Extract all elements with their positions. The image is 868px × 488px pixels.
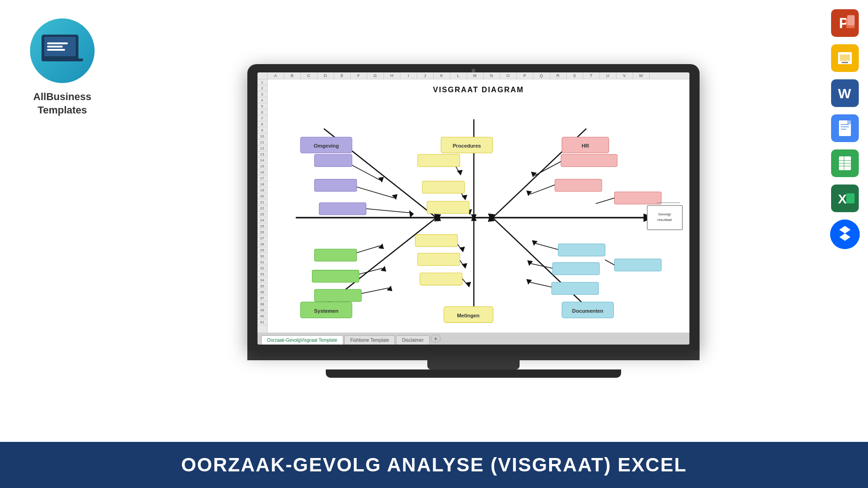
- row-12: 12: [257, 145, 267, 151]
- col-o: O: [500, 72, 517, 79]
- arrow-hr-2: [526, 190, 532, 196]
- row-2: 2: [257, 85, 267, 91]
- row-9: 9: [257, 127, 267, 133]
- arrow-doc-1: [532, 240, 537, 246]
- arrow-omgeving-2: [392, 194, 397, 200]
- google-sheets-icon[interactable]: [831, 149, 859, 177]
- box-hr-1: [561, 155, 617, 167]
- row-37: 37: [257, 295, 267, 301]
- row-18: 18: [257, 181, 267, 187]
- word-icon[interactable]: W: [831, 79, 859, 107]
- right-sidebar: P W: [822, 0, 868, 442]
- google-docs-icon[interactable]: [831, 114, 859, 142]
- fishbone-svg: VISGRAAT DIAGRAM: [268, 79, 689, 333]
- tab-fishbone[interactable]: Fishbone Template: [344, 335, 395, 345]
- left-sidebar: AllBusiness Templates: [0, 0, 125, 442]
- col-j: J: [417, 72, 434, 79]
- logo-screen-inner: [44, 37, 76, 56]
- dropbox-icon[interactable]: [830, 220, 860, 249]
- subbranch-hr-3: [595, 198, 614, 203]
- row-30: 30: [257, 253, 267, 259]
- svg-text:X: X: [838, 192, 847, 206]
- row-1: 1: [257, 79, 267, 85]
- svg-rect-24: [846, 193, 855, 203]
- svg-rect-14: [841, 129, 846, 130]
- google-slides-icon[interactable]: [831, 44, 859, 72]
- row-17: 17: [257, 175, 267, 181]
- arrow-proc-2: [461, 195, 467, 200]
- logo-line-3: [47, 49, 65, 51]
- subbranch-hr-1: [534, 161, 561, 175]
- row-28: 28: [257, 241, 267, 247]
- col-d: D: [317, 72, 334, 79]
- tab-disclaimer[interactable]: Disclaimer: [396, 335, 430, 345]
- slides-icon-svg: [833, 47, 856, 70]
- row-26: 26: [257, 229, 267, 235]
- tab-oorzaak[interactable]: Oorzaak-GevolgVisgraat Template: [261, 335, 344, 345]
- box-doc-2: [552, 262, 599, 274]
- row-25: 25: [257, 223, 267, 229]
- col-a: A: [268, 72, 284, 79]
- label-omgeving: Omgeving: [313, 143, 339, 149]
- col-p: P: [517, 72, 533, 79]
- laptop-stand: [427, 360, 520, 369]
- row-15: 15: [257, 163, 267, 169]
- arrow-met-2: [461, 263, 467, 268]
- box-sys-1: [314, 249, 356, 261]
- brand-name: AllBusiness Templates: [33, 90, 91, 117]
- row-39: 39: [257, 307, 267, 313]
- label-metingen: Metingen: [457, 313, 479, 318]
- arrow-met-3: [465, 282, 471, 287]
- box-proc-3: [427, 201, 469, 213]
- box-omgeving-3: [319, 202, 366, 214]
- row-24: 24: [257, 217, 267, 223]
- logo-laptop: [42, 35, 83, 67]
- bottom-banner-text: OORZAAK-GEVOLG ANALYSE (VISGRAAT) EXCEL: [181, 454, 687, 476]
- row-32: 32: [257, 265, 267, 271]
- excel-col-headers: A B C D E F G H I J K L M: [257, 72, 689, 79]
- col-r: R: [550, 72, 567, 79]
- laptop-body: A B C D E F G H I J K L M: [247, 64, 700, 350]
- box-hr-2: [555, 179, 602, 191]
- row-6: 6: [257, 109, 267, 115]
- arrow-proc-1: [457, 170, 462, 175]
- svg-rect-12: [841, 124, 849, 125]
- col-g: G: [367, 72, 384, 79]
- col-s: S: [567, 72, 583, 79]
- svg-rect-18: [839, 160, 851, 161]
- row-40: 40: [257, 313, 267, 319]
- box-omgeving-1: [314, 155, 352, 167]
- excel-row-numbers: 1 2 3 4 5 6 7 8 9 10 11: [257, 79, 268, 333]
- svg-rect-13: [841, 126, 849, 127]
- box-omgeving-2: [314, 179, 356, 191]
- col-c: C: [301, 72, 317, 79]
- row-29: 29: [257, 247, 267, 253]
- svg-rect-15: [847, 120, 851, 124]
- row-38: 38: [257, 301, 267, 307]
- row-5: 5: [257, 103, 267, 109]
- logo-line-1: [47, 42, 68, 44]
- svg-rect-20: [839, 166, 851, 167]
- row-36: 36: [257, 289, 267, 295]
- row-31: 31: [257, 259, 267, 265]
- row-35: 35: [257, 283, 267, 289]
- subbranch-doc-1: [535, 244, 561, 250]
- col-t: T: [583, 72, 600, 79]
- arrow-met-1: [459, 247, 465, 252]
- tab-add-button[interactable]: +: [431, 334, 441, 343]
- row-23: 23: [257, 211, 267, 217]
- excel-diagram-content: VISGRAAT DIAGRAM: [268, 79, 689, 333]
- powerpoint-icon[interactable]: P: [831, 9, 859, 37]
- logo-line-2: [47, 46, 63, 48]
- row-21: 21: [257, 199, 267, 205]
- powerpoint-icon-svg: P: [833, 12, 856, 35]
- svg-text:W: W: [838, 86, 851, 101]
- excel-icon[interactable]: X: [831, 184, 859, 212]
- dropbox-icon-svg: [830, 220, 860, 249]
- svg-rect-21: [844, 156, 844, 170]
- diagram-title: VISGRAAT DIAGRAM: [433, 85, 524, 94]
- docs-icon-svg: [833, 117, 856, 140]
- box-doc-far: [614, 259, 661, 271]
- row-16: 16: [257, 169, 267, 175]
- row-41: 41: [257, 319, 267, 325]
